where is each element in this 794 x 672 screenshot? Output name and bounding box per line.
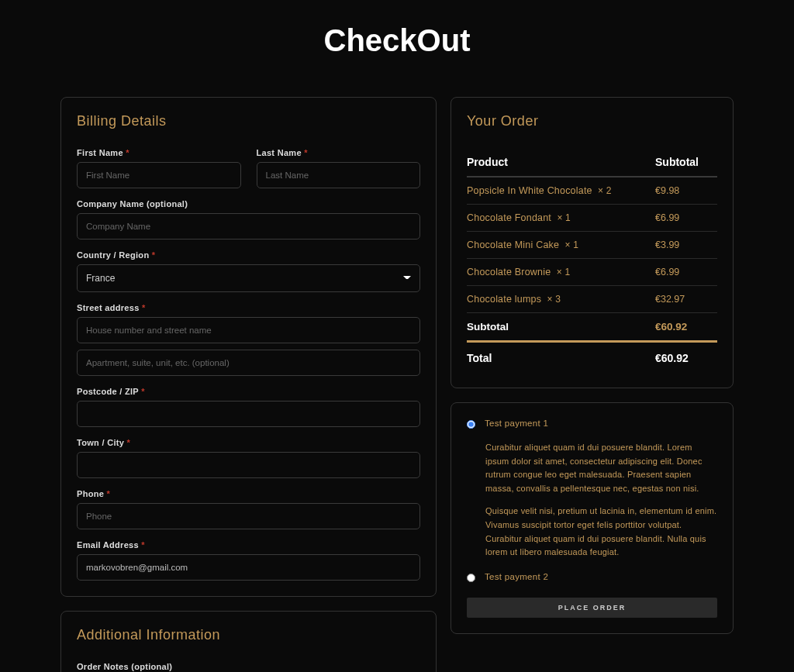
- company-label: Company Name (optional): [77, 199, 420, 208]
- last-name-input[interactable]: [257, 162, 421, 188]
- additional-panel: Additional Information Order Notes (opti…: [60, 611, 437, 672]
- company-input[interactable]: [77, 213, 420, 240]
- page-title: CheckOut: [0, 23, 794, 58]
- billing-panel: Billing Details First Name * Last Name *…: [60, 97, 437, 597]
- payment-radio-1[interactable]: [467, 574, 475, 582]
- subtotal-value: €60.92: [655, 321, 717, 333]
- street-input-2[interactable]: [77, 350, 420, 376]
- country-label: Country / Region *: [77, 250, 420, 260]
- chevron-down-icon: [403, 276, 411, 281]
- street-label: Street address *: [77, 303, 420, 312]
- street-input-1[interactable]: [77, 317, 420, 343]
- checkout-layout: Billing Details First Name * Last Name *…: [0, 97, 794, 672]
- order-item-price: €9.98: [655, 185, 717, 196]
- postcode-label: Postcode / ZIP *: [77, 387, 420, 396]
- order-item-row: Chocolate Brownie × 1€6.99: [467, 259, 717, 286]
- payment-label-0: Test payment 1: [485, 419, 548, 428]
- order-item-price: €6.99: [655, 267, 717, 277]
- order-item-name: Chocolate lumps × 3: [467, 294, 655, 305]
- subtotal-label: Subtotal: [467, 321, 509, 333]
- payment-desc-0: Curabitur aliquet quam id dui posuere bl…: [467, 436, 717, 572]
- payment-panel: Test payment 1Curabitur aliquet quam id …: [451, 402, 734, 634]
- phone-label: Phone *: [77, 489, 420, 498]
- phone-input[interactable]: [77, 503, 420, 529]
- order-item-price: €32.97: [655, 294, 717, 305]
- order-item-name: Popsicle In White Chocolate × 2: [467, 185, 655, 196]
- total-label: Total: [467, 352, 492, 364]
- payment-radio-0[interactable]: [467, 420, 475, 429]
- total-value: €60.92: [655, 352, 717, 364]
- first-name-input[interactable]: [77, 162, 241, 188]
- email-label: Email Address *: [77, 540, 420, 550]
- country-select[interactable]: France: [77, 264, 420, 292]
- additional-title: Additional Information: [77, 627, 420, 643]
- order-item-name: Chocolate Mini Cake × 1: [467, 240, 655, 250]
- payment-label-1: Test payment 2: [485, 572, 548, 581]
- order-panel: Your Order Product Subtotal Popsicle In …: [451, 97, 734, 388]
- order-item-name: Chocolate Fondant × 1: [467, 212, 655, 223]
- city-label: Town / City *: [77, 438, 420, 447]
- order-col-product: Product: [467, 156, 508, 168]
- order-item-row: Chocolate lumps × 3€32.97: [467, 286, 717, 313]
- order-title: Your Order: [467, 113, 717, 129]
- notes-label: Order Notes (optional): [77, 662, 420, 671]
- order-item-price: €3.99: [655, 240, 717, 250]
- city-input[interactable]: [77, 452, 420, 478]
- place-order-button[interactable]: PLACE ORDER: [467, 598, 717, 618]
- order-item-row: Chocolate Fondant × 1€6.99: [467, 205, 717, 232]
- order-item-name: Chocolate Brownie × 1: [467, 267, 655, 277]
- order-item-row: Chocolate Mini Cake × 1€3.99: [467, 232, 717, 259]
- order-col-subtotal: Subtotal: [655, 156, 717, 168]
- first-name-label: First Name *: [77, 148, 241, 157]
- order-item-price: €6.99: [655, 212, 717, 223]
- email-input[interactable]: [77, 554, 420, 581]
- last-name-label: Last Name *: [257, 148, 421, 157]
- order-item-row: Popsicle In White Chocolate × 2€9.98: [467, 177, 717, 205]
- postcode-input[interactable]: [77, 401, 420, 427]
- country-value: France: [86, 273, 115, 284]
- billing-title: Billing Details: [77, 113, 420, 129]
